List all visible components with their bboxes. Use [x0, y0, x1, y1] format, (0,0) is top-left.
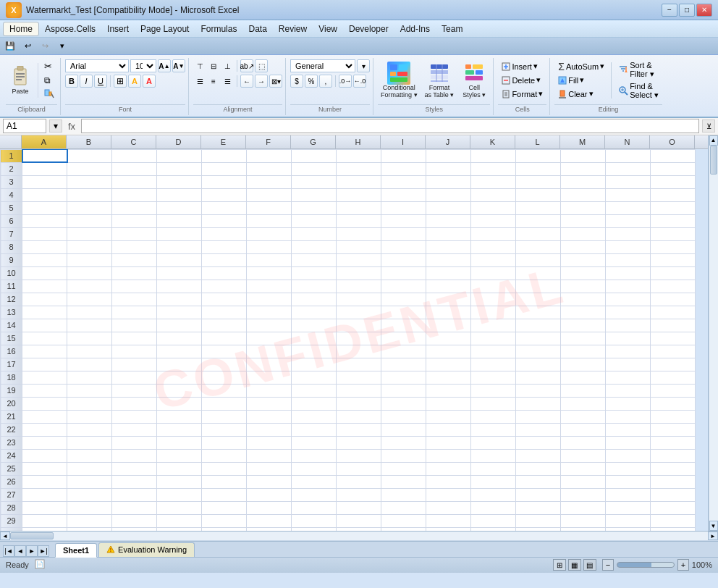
col-header-f[interactable]: F — [246, 135, 291, 148]
cell-K24[interactable] — [471, 449, 516, 462]
scroll-left-button[interactable]: ◄ — [0, 532, 10, 540]
cell-C28[interactable] — [112, 501, 157, 514]
cell-B29[interactable] — [67, 514, 112, 527]
cell-G18[interactable] — [292, 371, 337, 384]
cell-J6[interactable] — [426, 214, 471, 227]
cell-G6[interactable] — [292, 214, 337, 227]
cell-E21[interactable] — [202, 410, 247, 423]
cell-K20[interactable] — [471, 397, 516, 410]
cell-G11[interactable] — [292, 280, 337, 293]
cell-J27[interactable] — [426, 488, 471, 501]
cell-O17[interactable] — [651, 358, 696, 371]
cell-D17[interactable] — [157, 358, 202, 371]
col-header-m[interactable]: M — [560, 135, 605, 148]
cell-J24[interactable] — [426, 449, 471, 462]
cell-I18[interactable] — [381, 371, 426, 384]
cell-F11[interactable] — [247, 280, 292, 293]
cell-I19[interactable] — [381, 384, 426, 397]
row-number-29[interactable]: 29 — [1, 514, 22, 527]
cell-C30[interactable] — [112, 527, 157, 531]
cell-E3[interactable] — [202, 175, 247, 188]
cell-E10[interactable] — [202, 266, 247, 280]
cell-G2[interactable] — [292, 162, 337, 175]
insert-cells-button[interactable]: Insert ▾ — [498, 60, 546, 73]
cell-F24[interactable] — [247, 449, 292, 462]
row-number-14[interactable]: 14 — [1, 319, 22, 332]
qat-undo-button[interactable]: ↩ — [20, 40, 35, 53]
cell-D20[interactable] — [157, 397, 202, 410]
cell-E8[interactable] — [202, 240, 247, 253]
cell-K28[interactable] — [471, 501, 516, 514]
cell-A28[interactable] — [22, 501, 67, 514]
cell-F5[interactable] — [247, 201, 292, 214]
cell-H8[interactable] — [337, 240, 381, 253]
row-number-23[interactable]: 23 — [1, 436, 22, 449]
cell-E18[interactable] — [202, 371, 247, 384]
cell-E5[interactable] — [202, 201, 247, 214]
cell-B23[interactable] — [67, 436, 112, 449]
row-number-21[interactable]: 21 — [1, 410, 22, 423]
cell-M24[interactable] — [561, 449, 606, 462]
cell-D5[interactable] — [157, 201, 202, 214]
cell-F20[interactable] — [247, 397, 292, 410]
cell-A9[interactable] — [22, 253, 67, 266]
cell-K7[interactable] — [471, 227, 516, 240]
cell-O4[interactable] — [651, 188, 696, 201]
cell-N23[interactable] — [606, 436, 651, 449]
cell-F27[interactable] — [247, 488, 292, 501]
cell-L16[interactable] — [516, 345, 561, 358]
cell-O27[interactable] — [651, 488, 696, 501]
cell-J29[interactable] — [426, 514, 471, 527]
cell-M4[interactable] — [561, 188, 606, 201]
row-number-12[interactable]: 12 — [1, 293, 22, 306]
scroll-up-button[interactable]: ▲ — [709, 135, 718, 146]
cell-N10[interactable] — [606, 266, 651, 280]
row-number-7[interactable]: 7 — [1, 227, 22, 240]
align-middle-button[interactable]: ⊟ — [207, 60, 220, 72]
cell-D14[interactable] — [157, 319, 202, 332]
cell-H25[interactable] — [337, 462, 381, 475]
cell-E22[interactable] — [202, 423, 247, 436]
cell-M7[interactable] — [561, 227, 606, 240]
cell-C20[interactable] — [112, 397, 157, 410]
col-header-j[interactable]: J — [426, 135, 470, 148]
align-left-button[interactable]: ☰ — [193, 75, 206, 87]
cell-B19[interactable] — [67, 384, 112, 397]
row-number-22[interactable]: 22 — [1, 423, 22, 436]
cell-F3[interactable] — [247, 175, 292, 188]
cell-O7[interactable] — [651, 227, 696, 240]
cell-O22[interactable] — [651, 423, 696, 436]
cell-K29[interactable] — [471, 514, 516, 527]
cell-K8[interactable] — [471, 240, 516, 253]
bold-button[interactable]: B — [65, 75, 78, 88]
cell-L29[interactable] — [516, 514, 561, 527]
cell-F1[interactable] — [247, 149, 292, 162]
cell-N21[interactable] — [606, 410, 651, 423]
cell-H4[interactable] — [337, 188, 381, 201]
cell-B26[interactable] — [67, 475, 112, 488]
row-number-15[interactable]: 15 — [1, 332, 22, 345]
sheet-tab-sheet1[interactable]: Sheet1 — [55, 543, 97, 558]
cell-D30[interactable] — [157, 527, 202, 531]
merge-center-button[interactable]: ⊠▾ — [269, 75, 282, 88]
cell-E26[interactable] — [202, 475, 247, 488]
cell-O5[interactable] — [651, 201, 696, 214]
col-header-b[interactable]: B — [67, 135, 111, 148]
cell-G3[interactable] — [292, 175, 337, 188]
cell-A29[interactable] — [22, 514, 67, 527]
sheet-nav-first[interactable]: |◄ — [3, 545, 14, 557]
cell-A27[interactable] — [22, 488, 67, 501]
cell-M14[interactable] — [561, 319, 606, 332]
cell-L14[interactable] — [516, 319, 561, 332]
cell-E27[interactable] — [202, 488, 247, 501]
cell-M27[interactable] — [561, 488, 606, 501]
cell-C22[interactable] — [112, 423, 157, 436]
cell-G13[interactable] — [292, 306, 337, 319]
conditional-formatting-button[interactable]: ConditionalFormatting ▾ — [378, 59, 421, 101]
cell-F13[interactable] — [247, 306, 292, 319]
cell-N28[interactable] — [606, 501, 651, 514]
cell-I24[interactable] — [381, 449, 426, 462]
row-number-28[interactable]: 28 — [1, 501, 22, 514]
format-as-table-button[interactable]: Formatas Table ▾ — [422, 59, 457, 101]
cell-H5[interactable] — [337, 201, 381, 214]
